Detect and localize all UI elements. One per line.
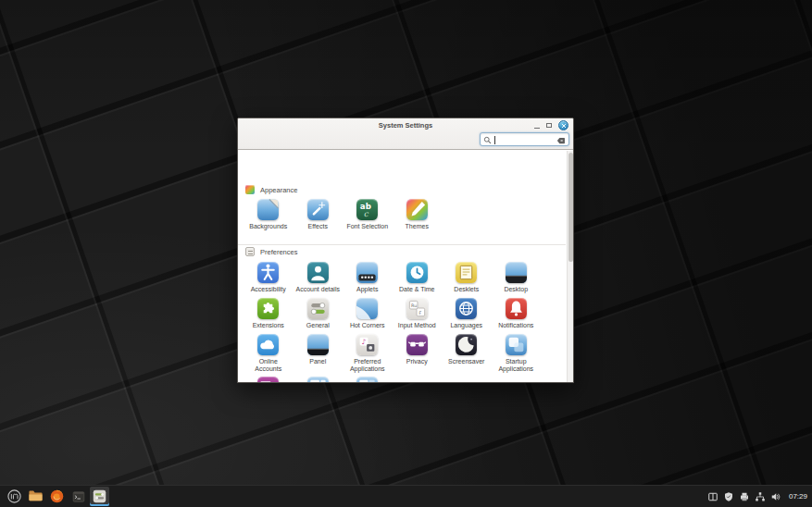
settings-item-extensions[interactable]: Extensions — [244, 298, 294, 329]
settings-row: Online AccountsPanel♪Preferred Applicati… — [244, 334, 541, 372]
settings-item-themes[interactable]: Themes — [393, 199, 443, 230]
notifications-icon — [506, 298, 527, 319]
settings-item-date-time[interactable]: Date & Time — [393, 262, 443, 293]
settings-row: WindowsWindow TilingWorkspaces — [244, 377, 393, 382]
settings-item-input-method[interactable]: RuFInput Method — [393, 298, 443, 329]
settings-item-applets[interactable]: Applets — [343, 262, 393, 293]
general-tile — [307, 298, 329, 319]
launcher-terminal[interactable] — [69, 487, 88, 506]
section-separator — [238, 244, 566, 245]
screensaver-icon — [456, 334, 477, 355]
tray-network-icon[interactable] — [755, 491, 766, 502]
preferred-applications-tile: ♪ — [356, 334, 378, 355]
item-label: Hot Corners — [350, 322, 385, 329]
window-title: System Settings — [238, 118, 573, 132]
settings-item-desktop[interactable]: Desktop — [492, 262, 542, 293]
settings-item-privacy[interactable]: Privacy — [393, 334, 443, 372]
startup-applications-tile — [506, 334, 527, 355]
tray-window-icon[interactable] — [707, 491, 718, 502]
desklets-icon — [456, 262, 477, 283]
item-label: Themes — [406, 223, 429, 230]
desktop-icon — [506, 262, 527, 283]
item-label: Effects — [308, 223, 328, 230]
close-button[interactable] — [558, 120, 568, 130]
account-details-icon — [307, 262, 329, 283]
search-input[interactable] — [497, 133, 555, 145]
desktop: System Settings — [0, 0, 812, 507]
window-icon — [707, 491, 718, 502]
settings-item-window-tiling[interactable]: Window Tiling — [294, 377, 344, 382]
item-label: Account details — [296, 286, 340, 293]
screensaver-tile — [456, 334, 477, 355]
section-header-preferences: Preferences — [245, 247, 297, 256]
settings-item-general[interactable]: General — [294, 298, 344, 329]
scrollbar[interactable] — [567, 151, 573, 382]
accessibility-icon — [257, 262, 279, 283]
settings-content: AppearanceBackgroundsEffectsabcFont Sele… — [238, 151, 573, 382]
clock[interactable]: 07:29 — [789, 492, 807, 501]
general-icon — [307, 298, 329, 319]
item-label: Languages — [450, 322, 482, 329]
search-icon — [483, 136, 492, 144]
settings-item-notifications[interactable]: Notifications — [492, 298, 542, 329]
launcher-menu[interactable] — [5, 487, 24, 506]
tray-shield-icon[interactable] — [723, 491, 734, 502]
settings-item-font-selection[interactable]: abcFont Selection — [343, 199, 393, 230]
item-label: Date & Time — [399, 286, 435, 293]
launcher-system-settings[interactable] — [90, 487, 109, 506]
panel-icon — [307, 334, 329, 355]
item-label: Notifications — [498, 322, 533, 329]
taskbar: 07:29 — [0, 485, 812, 507]
launcher-files[interactable] — [26, 487, 45, 506]
clear-search-icon[interactable] — [556, 136, 566, 145]
item-label: Font Selection — [346, 223, 388, 230]
settings-item-workspaces[interactable]: Workspaces — [343, 377, 393, 382]
item-label: Privacy — [406, 358, 428, 365]
search-field[interactable] — [480, 132, 569, 146]
settings-item-effects[interactable]: Effects — [294, 199, 344, 230]
item-label: General — [306, 322, 330, 329]
launcher-firefox[interactable] — [47, 487, 67, 506]
firefox-icon — [49, 488, 65, 504]
date-time-tile — [406, 262, 428, 283]
settings-item-languages[interactable]: Languages — [442, 298, 492, 329]
svg-text:♪: ♪ — [362, 338, 367, 346]
minimize-button[interactable] — [531, 120, 542, 130]
section-header-appearance: Appearance — [245, 185, 297, 194]
desktop-tile — [506, 262, 527, 283]
settings-icon — [92, 488, 107, 504]
settings-item-screensaver[interactable]: Screensaver — [442, 334, 492, 372]
window-tiling-tile — [307, 377, 329, 382]
hot-corners-icon — [356, 298, 378, 319]
settings-item-panel[interactable]: Panel — [294, 334, 344, 372]
settings-item-online-accounts[interactable]: Online Accounts — [244, 334, 294, 372]
settings-item-hot-corners[interactable]: Hot Corners — [343, 298, 393, 329]
terminal-icon — [72, 490, 85, 503]
tray-volume-icon[interactable] — [770, 491, 781, 502]
hot-corners-tile — [356, 298, 378, 319]
svg-text:Ru: Ru — [411, 303, 417, 308]
extensions-tile — [257, 298, 279, 319]
svg-text:F: F — [418, 311, 421, 315]
scrollbar-thumb[interactable] — [568, 153, 573, 262]
settings-item-startup-applications[interactable]: Startup Applications — [492, 334, 542, 372]
startup-applications-icon — [506, 334, 527, 355]
item-label: Desklets — [454, 286, 479, 293]
appearance-section-icon — [245, 185, 255, 194]
system-tray: 07:29 — [707, 491, 807, 502]
backgrounds-icon — [257, 199, 279, 220]
settings-item-backgrounds[interactable]: Backgrounds — [244, 199, 294, 230]
settings-item-preferred-applications[interactable]: ♪Preferred Applications — [343, 334, 393, 372]
settings-item-accessibility[interactable]: Accessibility — [244, 262, 294, 293]
workspaces-icon — [356, 377, 378, 382]
section-title: Preferences — [260, 248, 297, 256]
settings-item-desklets[interactable]: Desklets — [442, 262, 492, 293]
tray-printer-icon[interactable] — [739, 491, 750, 502]
settings-item-account-details[interactable]: Account details — [294, 262, 344, 293]
maximize-button[interactable] — [543, 120, 554, 130]
applets-icon — [356, 262, 378, 283]
settings-item-windows[interactable]: Windows — [244, 377, 294, 382]
item-label: Applets — [356, 286, 378, 293]
privacy-icon — [406, 334, 428, 355]
item-label: Preferred Applications — [344, 358, 390, 372]
